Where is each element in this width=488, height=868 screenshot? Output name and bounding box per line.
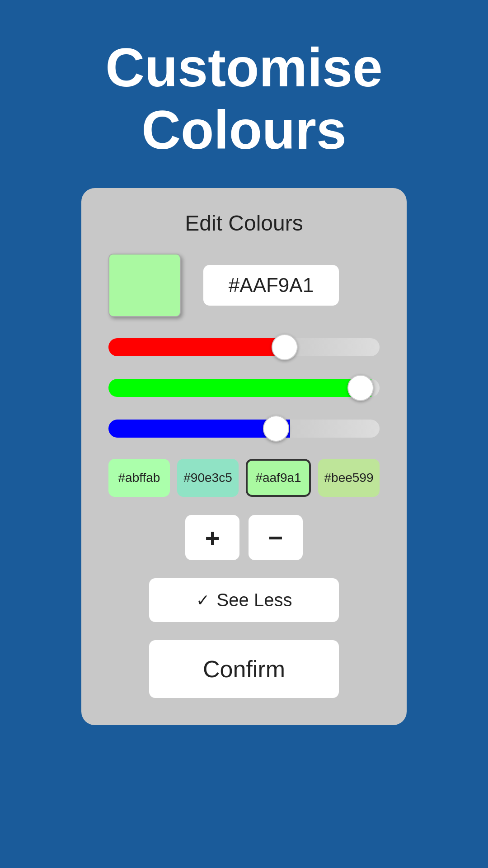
red-slider[interactable] — [108, 338, 380, 356]
sliders-section — [108, 335, 380, 441]
green-slider[interactable] — [108, 379, 380, 397]
preset-color-btn-0[interactable]: #abffab — [108, 459, 170, 497]
preset-color-btn-3[interactable]: #bee599 — [318, 459, 380, 497]
plus-icon: + — [205, 523, 220, 552]
see-less-button[interactable]: ✓ See Less — [149, 578, 339, 622]
preset-color-btn-2[interactable]: #aaf9a1 — [246, 459, 311, 497]
blue-slider[interactable] — [108, 420, 380, 438]
add-remove-row: + − — [185, 515, 303, 560]
edit-colours-card: Edit Colours #abffab #90e3c5 #aaf9a1 #be… — [81, 188, 407, 725]
color-swatch — [108, 254, 181, 317]
color-preview-row — [108, 254, 380, 317]
chevron-down-icon: ✓ — [196, 591, 210, 610]
confirm-button[interactable]: Confirm — [149, 640, 339, 698]
hex-input[interactable] — [203, 265, 339, 306]
preset-color-btn-1[interactable]: #90e3c5 — [177, 459, 239, 497]
add-color-button[interactable]: + — [185, 515, 239, 560]
remove-color-button[interactable]: − — [249, 515, 303, 560]
green-slider-wrapper — [108, 376, 380, 400]
page-title: Customise Colours — [27, 36, 461, 161]
see-less-label: See Less — [217, 590, 292, 610]
minus-icon: − — [268, 523, 283, 552]
blue-slider-wrapper — [108, 416, 380, 441]
preset-colors-row: #abffab #90e3c5 #aaf9a1 #bee599 — [108, 459, 380, 497]
red-slider-wrapper — [108, 335, 380, 359]
header: Customise Colours — [0, 0, 488, 188]
confirm-label: Confirm — [203, 656, 285, 682]
card-title: Edit Colours — [185, 211, 303, 236]
